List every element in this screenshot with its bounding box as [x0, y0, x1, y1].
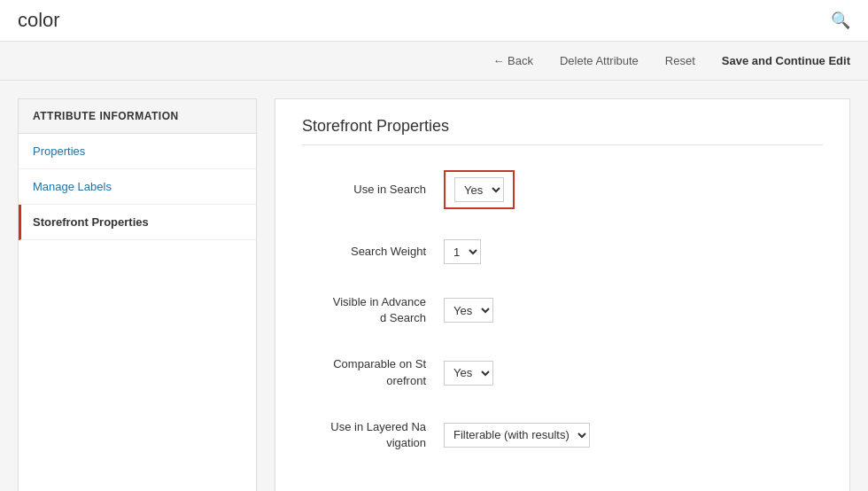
use-in-search-control: Yes No: [444, 170, 515, 209]
use-in-search-label: Use in Search: [302, 182, 444, 198]
sidebar-item-storefront-properties[interactable]: Storefront Properties: [19, 205, 256, 240]
page-title: color: [18, 9, 60, 32]
top-bar: color 🔍: [0, 0, 868, 42]
main-content: Storefront Properties Use in Search Yes …: [275, 98, 850, 491]
search-weight-control: 1 2 3 4 5: [444, 239, 481, 264]
visible-advanced-search-row: Visible in Advanced Search Yes No: [302, 287, 823, 333]
delete-attribute-button[interactable]: Delete Attribute: [560, 54, 639, 67]
search-weight-row: Search Weight 1 2 3 4 5: [302, 232, 823, 271]
search-weight-label: Search Weight: [302, 244, 444, 260]
sidebar-item-properties[interactable]: Properties: [19, 134, 256, 169]
comparable-storefront-control: Yes No: [444, 361, 493, 386]
section-title: Storefront Properties: [302, 117, 823, 145]
use-layered-nav-label: Use in Layered Navigation: [302, 419, 444, 451]
use-layered-nav-control: Filterable (with results) Filterable (no…: [444, 423, 590, 448]
content-area: Attribute Information Properties Manage …: [0, 81, 868, 491]
use-in-search-highlight: Yes No: [444, 170, 515, 209]
search-weight-select[interactable]: 1 2 3 4 5: [444, 239, 481, 264]
visible-advanced-search-control: Yes No: [444, 298, 493, 323]
use-layered-nav-row: Use in Layered Navigation Filterable (wi…: [302, 412, 823, 458]
sidebar-item-manage-labels[interactable]: Manage Labels: [19, 169, 256, 205]
use-in-search-select[interactable]: Yes No: [454, 177, 504, 202]
back-button[interactable]: ← Back: [492, 54, 533, 67]
action-bar: ← Back Delete Attribute Reset Save and C…: [0, 42, 868, 81]
comparable-storefront-select[interactable]: Yes No: [444, 361, 493, 386]
reset-button[interactable]: Reset: [665, 54, 695, 67]
use-in-search-row: Use in Search Yes No: [302, 163, 823, 216]
sidebar: Attribute Information Properties Manage …: [18, 98, 257, 491]
comparable-storefront-label: Comparable on Storefront: [302, 356, 444, 388]
comparable-storefront-row: Comparable on Storefront Yes No: [302, 349, 823, 395]
use-layered-nav-select[interactable]: Filterable (with results) Filterable (no…: [444, 423, 590, 448]
visible-advanced-search-select[interactable]: Yes No: [444, 298, 493, 323]
save-continue-button[interactable]: Save and Continue Edit: [722, 54, 850, 67]
sidebar-header: Attribute Information: [19, 99, 256, 134]
search-icon[interactable]: 🔍: [831, 11, 850, 30]
visible-advanced-search-label: Visible in Advanced Search: [302, 294, 444, 326]
